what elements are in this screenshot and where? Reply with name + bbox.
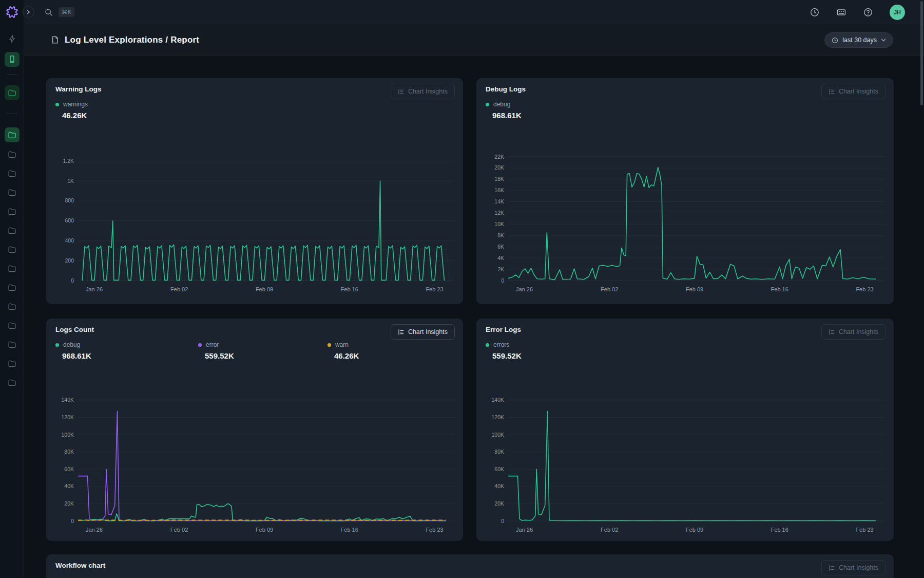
sidebar-item-folder[interactable] <box>5 166 20 181</box>
panel-title: Logs Count <box>55 326 94 333</box>
sidebar-item-folder[interactable] <box>5 147 20 162</box>
sidebar-item-folder[interactable] <box>5 185 20 200</box>
sidebar-item-folder-pinned[interactable] <box>5 85 20 100</box>
topbar-actions: JH <box>810 0 905 24</box>
svg-text:800: 800 <box>65 197 74 203</box>
svg-text:Feb 02: Feb 02 <box>601 286 618 292</box>
legend-warn: warn 46.26K <box>328 341 359 360</box>
chart-insights-icon <box>398 88 405 95</box>
panel-title: Workflow chart <box>55 562 105 569</box>
svg-text:40K: 40K <box>64 483 74 489</box>
svg-text:Feb 02: Feb 02 <box>170 286 188 292</box>
folder-icon <box>8 88 16 97</box>
svg-text:0: 0 <box>501 518 504 524</box>
sidebar-item-quickstart[interactable] <box>5 31 20 46</box>
chart-insights-button[interactable]: Chart Insights <box>821 84 886 99</box>
svg-text:Jan 26: Jan 26 <box>86 527 103 533</box>
svg-text:20K: 20K <box>494 500 504 507</box>
app-logo-icon[interactable] <box>5 5 19 19</box>
svg-text:Feb 16: Feb 16 <box>341 286 358 292</box>
svg-text:100K: 100K <box>61 432 74 438</box>
svg-text:140K: 140K <box>61 397 74 403</box>
svg-text:Feb 09: Feb 09 <box>256 286 273 292</box>
chart-insights-icon <box>829 329 835 335</box>
sidebar-item-folder[interactable] <box>5 356 20 371</box>
legend-value: 46.26K <box>62 111 88 120</box>
time-range-label: last 30 days <box>842 36 877 44</box>
sidebar-divider <box>7 114 17 114</box>
folder-icon <box>8 321 16 330</box>
folder-icon <box>8 188 16 197</box>
svg-text:140K: 140K <box>491 397 504 403</box>
page-title: Log Level Explorations / Report <box>65 35 199 45</box>
chart-insights-button[interactable]: Chart Insights <box>391 84 455 99</box>
time-range-selector[interactable]: last 30 days <box>824 32 893 48</box>
sidebar-item-folder[interactable] <box>5 261 20 276</box>
svg-text:600: 600 <box>65 217 74 223</box>
device-icon <box>8 55 16 64</box>
svg-text:20K: 20K <box>64 500 74 507</box>
sidebar-item-devices[interactable] <box>5 52 20 67</box>
sidebar-item-folder[interactable] <box>5 223 20 238</box>
sidebar <box>0 0 24 578</box>
error-logs-chart[interactable]: 020K40K60K80K100K120K140KJan 26Feb 02Feb… <box>480 384 889 534</box>
svg-text:Feb 16: Feb 16 <box>771 286 788 292</box>
svg-text:20K: 20K <box>494 164 504 171</box>
keyboard-shortcuts-icon[interactable] <box>836 7 846 17</box>
chart-insights-button[interactable]: Chart Insights <box>821 324 886 340</box>
warning-logs-chart[interactable]: 02004006008001K1.2KJan 26Feb 02Feb 09Feb… <box>50 144 459 294</box>
sidebar-item-folder-current[interactable] <box>5 127 20 142</box>
sidebar-item-folder[interactable] <box>5 280 20 295</box>
sidebar-expand-button[interactable] <box>23 6 34 18</box>
sidebar-item-folder[interactable] <box>5 299 20 314</box>
svg-text:14K: 14K <box>494 198 504 204</box>
svg-text:Feb 16: Feb 16 <box>341 527 358 533</box>
panel-title: Warning Logs <box>55 85 102 93</box>
svg-text:80K: 80K <box>64 449 74 455</box>
folder-icon <box>8 359 16 368</box>
user-avatar[interactable]: JH <box>890 5 905 20</box>
chevron-down-icon <box>881 38 886 43</box>
svg-text:Feb 02: Feb 02 <box>170 527 188 533</box>
panel-title: Debug Logs <box>486 85 526 93</box>
legend-value: 46.26K <box>334 351 359 360</box>
chart-insights-icon <box>829 565 835 571</box>
sidebar-item-folder[interactable] <box>5 204 20 219</box>
global-search[interactable]: ⌘K <box>45 0 74 24</box>
svg-text:0: 0 <box>71 518 74 524</box>
chart-insights-button[interactable]: Chart Insights <box>391 324 455 340</box>
lightning-icon <box>8 34 16 43</box>
legend-warnings: warnings 46.26K <box>55 101 88 120</box>
chevron-right-icon <box>28 10 30 13</box>
legend-errors: errors 559.52K <box>486 341 522 360</box>
scrollbar-thumb[interactable] <box>920 1 923 105</box>
sidebar-divider <box>7 74 17 75</box>
sidebar-item-folder[interactable] <box>5 337 20 352</box>
panel-debug-logs: Debug Logs Chart Insights debug 968.61K … <box>476 78 894 304</box>
chart-insights-icon <box>398 329 405 335</box>
svg-text:Feb 09: Feb 09 <box>686 527 703 533</box>
legend-value: 559.52K <box>492 351 522 360</box>
sidebar-item-folder[interactable] <box>5 318 20 333</box>
svg-text:Feb 23: Feb 23 <box>856 527 873 533</box>
legend-dot <box>55 343 59 347</box>
svg-text:Feb 09: Feb 09 <box>256 527 273 533</box>
panel-warning-logs: Warning Logs Chart Insights warnings 46.… <box>46 78 463 304</box>
svg-text:Feb 23: Feb 23 <box>856 286 873 292</box>
debug-logs-chart[interactable]: 02K4K6K8K10K12K14K16K18K20K22KJan 26Feb … <box>480 144 889 294</box>
search-shortcut-badge: ⌘K <box>59 7 74 17</box>
svg-text:Feb 02: Feb 02 <box>601 527 618 533</box>
recent-history-icon[interactable] <box>810 7 820 17</box>
chart-insights-button[interactable]: Chart Insights <box>821 560 886 575</box>
legend-dot <box>328 343 331 347</box>
folder-icon <box>8 169 16 178</box>
svg-text:0: 0 <box>501 277 504 284</box>
svg-text:22K: 22K <box>494 154 504 160</box>
svg-text:120K: 120K <box>491 414 504 420</box>
svg-text:16K: 16K <box>494 187 504 193</box>
sidebar-item-folder[interactable] <box>5 375 20 390</box>
help-icon[interactable] <box>863 7 873 17</box>
sidebar-item-folder[interactable] <box>5 242 20 257</box>
page-header: Log Level Explorations / Report last 30 … <box>24 24 924 56</box>
logs-count-chart[interactable]: 020K40K60K80K100K120K140KJan 26Feb 02Feb… <box>50 384 459 534</box>
